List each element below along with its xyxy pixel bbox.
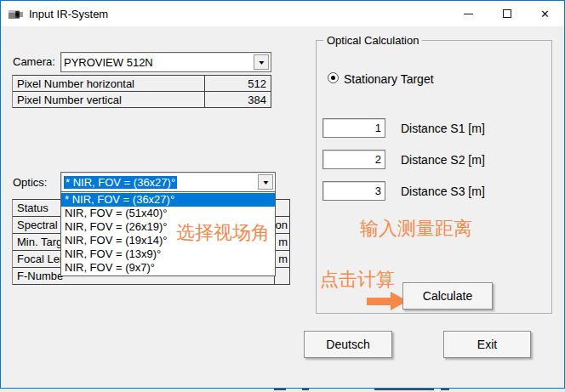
stationary-target-radio[interactable]: [328, 72, 339, 83]
distance-s1-label: Distance S1 [m]: [401, 122, 485, 135]
row-label: Status: [13, 202, 49, 214]
distance-s2-input[interactable]: [322, 150, 385, 169]
row-label: Min. Targ: [13, 236, 62, 248]
annotation-choose-fov: 选择视场角: [176, 220, 270, 246]
caption-buttons: ✕: [449, 1, 564, 26]
table-row: Pixel Number horizontal 512: [13, 76, 271, 92]
row-label: Pixel Number vertical: [13, 94, 122, 106]
camera-value: PYROVIEW 512N: [64, 53, 153, 71]
row-label: Pixel Number horizontal: [13, 77, 134, 90]
row-value: on: [274, 217, 289, 233]
maximize-icon: [503, 9, 511, 18]
row-value: [274, 200, 289, 216]
camera-dropdown-button[interactable]: ▼: [254, 54, 269, 70]
minimize-icon: [464, 14, 473, 14]
row-value: 384: [204, 92, 271, 107]
chevron-down-icon: ▼: [261, 179, 270, 185]
dropdown-option[interactable]: NIR, FOV = (9x7)°: [61, 261, 275, 275]
optics-select[interactable]: * NIR, FOV = (36x27)° ▼: [60, 172, 276, 192]
title-bar[interactable]: Input IR-System ✕: [1, 1, 564, 26]
deutsch-button[interactable]: Deutsch: [304, 331, 392, 358]
annotation-click-calculate: 点击计算: [320, 267, 395, 293]
exit-button[interactable]: Exit: [443, 331, 531, 358]
distance-s3-label: Distance S3 [m]: [401, 185, 485, 198]
chevron-down-icon: ▼: [257, 60, 265, 65]
row-label: F-Numbe: [13, 270, 63, 282]
row-label: Focal Ler: [13, 253, 63, 265]
row-value: m: [274, 234, 289, 250]
screen: Input IR-System ✕ Camera: PYROVIEW 512N …: [0, 0, 565, 392]
background-window-sliver: [0, 389, 565, 392]
optics-value: * NIR, FOV = (36x27)°: [64, 173, 177, 191]
row-value: m: [274, 251, 289, 267]
minimize-button[interactable]: [449, 1, 488, 26]
app-window: Input IR-System ✕ Camera: PYROVIEW 512N …: [0, 0, 565, 389]
distance-s2-label: Distance S2 [m]: [401, 153, 485, 167]
maximize-button[interactable]: [488, 1, 526, 26]
dropdown-option[interactable]: NIR, FOV = (51x40)°: [61, 207, 275, 220]
arrow-right-icon: [367, 292, 408, 310]
camera-icon: [9, 8, 23, 20]
row-value: 512: [204, 76, 271, 91]
group-title: Optical Calculation: [323, 34, 422, 47]
optics-label: Optics:: [13, 176, 47, 189]
table-row: Pixel Number vertical 384: [13, 92, 271, 108]
close-icon: ✕: [540, 9, 550, 20]
pixel-table: Pixel Number horizontal 512 Pixel Number…: [12, 75, 271, 108]
optics-dropdown-button[interactable]: ▼: [258, 174, 273, 190]
distance-s1-input[interactable]: [322, 118, 385, 138]
stationary-target-label: Stationary Target: [344, 72, 434, 86]
camera-label: Camera:: [13, 55, 55, 68]
camera-select[interactable]: PYROVIEW 512N ▼: [60, 52, 271, 72]
row-label: Spectral: [13, 219, 58, 231]
dropdown-option[interactable]: NIR, FOV = (13x9)°: [61, 247, 275, 261]
dropdown-option[interactable]: * NIR, FOV = (36x27)°: [61, 193, 275, 207]
window-title: Input IR-System: [29, 8, 108, 20]
annotation-enter-distance: 输入测量距离: [360, 216, 472, 241]
row-value: [274, 268, 289, 284]
calculate-button[interactable]: Calculate: [402, 282, 493, 310]
distance-s3-input[interactable]: [322, 181, 385, 201]
close-button[interactable]: ✕: [526, 1, 564, 26]
radio-dot-icon: [331, 76, 335, 80]
